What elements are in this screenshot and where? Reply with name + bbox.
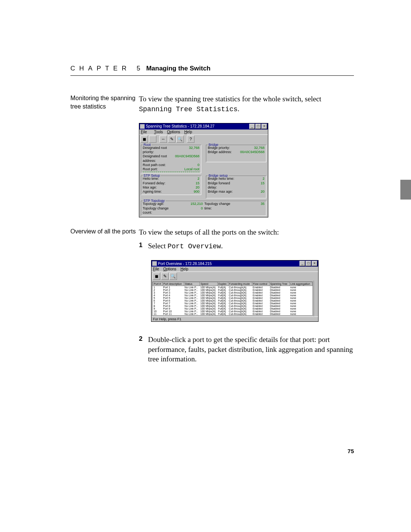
port-table-header[interactable]: Duplex [217,282,228,286]
close-button[interactable]: × [261,124,267,129]
table-row[interactable]: 10Port 10No Link P...100 Mbps(A)Full(A)C… [153,310,312,313]
maximize-button-2[interactable]: □ [306,261,311,266]
root-priority-label: Designated root priority: [143,146,174,155]
toolbar2-button-1[interactable]: ◼ [153,273,160,280]
step-2: 2 Double-click a port to get the specifi… [139,335,354,364]
root-priority-value: 32,768 [174,146,199,155]
port-table-header[interactable]: Forwarding mode [228,282,252,286]
port-table-header[interactable]: Spanning Tree [269,282,289,286]
panel-root: Root Designated root priority:32,768 Des… [141,145,201,174]
table-cell: 8 [153,305,162,307]
body-overview-intro: To view the setups of all the ports on t… [139,227,354,237]
menu-help-2[interactable]: Help [180,267,188,271]
table-cell: none [290,302,312,305]
titlebar-2[interactable]: Port Overview - 172.28.184.215 _ □ × [151,260,318,267]
menu-options-2[interactable]: Options [163,267,176,271]
table-cell: 3 [153,291,162,294]
table-row[interactable]: 9Port 9No Link P...100 Mbps(A)Full(A)Cut… [153,307,312,310]
close-button-2[interactable]: × [312,261,317,266]
toolbar2-button-3[interactable]: 🔍 [169,273,177,280]
port-table-header[interactable]: Speed [200,282,218,286]
table-cell: Disabled [269,302,289,305]
table-row[interactable]: 11Port 11No Link P...100 Mbps(A)Full(A)C… [153,313,312,315]
table-row[interactable]: 3Port 3No Link P...100 Mbps(A)Full(A)Cut… [153,291,312,294]
table-cell: none [290,310,312,313]
table-cell: No Link P... [184,305,199,307]
table-cell: Disabled [269,299,289,302]
table-cell: Port 7 [162,302,184,305]
table-cell: Full(A) [217,294,228,297]
table-cell: 100 Mbps(A) [200,297,218,299]
port-table-header[interactable]: Link aggregation [290,282,312,286]
port-table[interactable]: Port #Port descriptionStatusSpeedDuplexF… [153,282,312,315]
root-port-value: Local root [174,167,199,171]
table-cell: 100 Mbps(A) [200,310,218,313]
menu-help[interactable]: Help [184,130,192,134]
toolbar-button-5[interactable]: 🔍 [176,136,184,143]
menu-file[interactable]: File [141,130,150,134]
table-cell: 100 Mbps(A) [200,302,218,305]
table-row[interactable]: 8Port 8No Link P...100 Mbps(A)Full(A)Cut… [153,305,312,307]
table-cell: none [290,291,312,294]
menu-file-2[interactable]: File [153,267,159,271]
table-cell: 5 [153,297,162,299]
port-table-header[interactable]: Flow control [252,282,269,286]
menu-tools[interactable]: Tools [154,130,163,134]
table-row[interactable]: 5Port 5No Link P...100 Mbps(A)Full(A)Cut… [153,297,312,299]
chapter-label: CHAPTER 5 [70,65,144,72]
table-row[interactable]: 6Port 6No Link P...100 Mbps(A)Full(A)Cut… [153,299,312,302]
table-row[interactable]: 4Port 4No Link P...100 Mbps(A)Full(A)Cut… [153,294,312,297]
toolbar: ◼ ↔ ✎ 🔍 ? [139,134,268,144]
table-cell: 100 Mbps(A) [200,307,218,310]
toolbar-button-1[interactable]: ◼ [140,136,148,143]
topology-change-time-label: Topology change time: [204,202,239,211]
bridge-max-age-label: Bridge max age: [208,190,233,194]
toolbar-button-2[interactable] [149,136,156,143]
app-icon-2 [152,261,157,266]
topology-change-time-value: 35 [239,202,264,211]
step-1-number: 1 [139,241,148,251]
table-cell: none [290,299,312,302]
minimize-button[interactable]: _ [249,124,255,129]
statusbar: For Help, press F1 [151,316,318,321]
panel-root-title: Root [143,143,151,147]
panel-stp-topology-title: STP Topology [143,199,166,203]
table-row[interactable]: 7Port 7No Link P...100 Mbps(A)Full(A)Cut… [153,302,312,305]
table-row[interactable]: 1Port 1No Link P...100 Mbps(A)Full(A)Cut… [153,286,312,289]
table-cell: 10 [153,310,162,313]
toolbar-button-4[interactable]: ✎ [168,136,175,143]
minimize-button-2[interactable]: _ [299,261,305,266]
table-cell: none [290,289,312,291]
table-cell: 100 Mbps(A) [200,305,218,307]
table-cell: 11 [153,313,162,315]
toolbar2-button-2[interactable]: ✎ [161,273,169,280]
menu-options[interactable]: Options [167,130,180,134]
toolbar-button-3[interactable]: ↔ [159,136,167,143]
port-table-wrap: Port #Port descriptionStatusSpeedDuplexF… [152,281,313,316]
port-table-header[interactable]: Port # [153,282,162,286]
table-cell: Enabled [252,310,269,313]
port-table-header[interactable]: Port description [162,282,184,286]
table-row[interactable]: 2Port 2No Link P...100 Mbps(A)Full(A)Cut… [153,289,312,291]
ageing-time-value: 900 [174,190,199,194]
bridge-max-age-value: 20 [239,190,264,194]
bridge-address-value: 00A0C945D568 [239,150,264,154]
chapter-title: Managing the Switch [146,65,210,72]
panel-bridge-setup: Bridge setup Bridge hello time:2 Bridge … [206,176,266,198]
panel-bridge-setup-title: Bridge setup [208,174,229,177]
max-age-value: 20 [174,185,199,190]
vertical-scrollbar[interactable] [314,281,318,316]
table-cell: 100 Mbps(A) [200,289,218,291]
maximize-button[interactable]: □ [255,124,261,129]
titlebar[interactable]: Spanning Tree Statistics - 172.28.184.27… [139,123,268,129]
table-cell: Enabled [252,289,269,291]
table-cell: none [290,294,312,297]
table-cell: Disabled [269,294,289,297]
table-cell: Full(A) [217,305,228,307]
table-cell: Port 10 [162,310,184,313]
toolbar-button-help[interactable]: ? [187,136,194,143]
port-table-header[interactable]: Status [184,282,199,286]
table-cell: No Link P... [184,299,199,302]
table-cell: 2 [153,289,162,291]
bridge-priority-value: 32,768 [239,146,264,150]
